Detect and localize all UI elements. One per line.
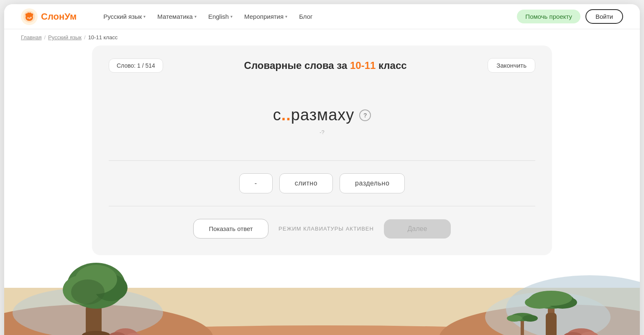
word-prefix: с [273,106,281,124]
nav-item-math[interactable]: Математика ▾ [152,10,202,23]
card-title-end: класс [376,60,406,71]
word-counter: Слово: 1 / 514 [109,58,163,73]
sub-hint: -? [319,129,325,135]
help-project-button[interactable]: Помочь проекту [517,10,580,23]
breadcrumb-sep-1: / [44,34,46,41]
question-area: с..размаху ? -? [109,106,535,135]
keyboard-status: РЕЖИМ КЛАВИАТУРЫ АКТИВЕН [279,226,374,232]
svg-rect-19 [86,305,102,335]
card-title-start: Словарные слова за [244,60,350,71]
svg-point-9 [30,17,32,18]
svg-rect-43 [521,319,524,335]
breadcrumb-current: 10-11 класс [88,34,118,41]
bottom-buttons: Показать ответ РЕЖИМ КЛАВИАТУРЫ АКТИВЕН … [109,219,535,239]
divider-bottom [109,206,535,206]
nav-label-english: English [208,13,229,20]
svg-point-46 [523,315,538,322]
chevron-down-icon: ▾ [194,14,197,19]
chevron-down-icon: ▾ [143,14,146,19]
safari-illustration [4,254,640,335]
answer-button-together[interactable]: слитно [279,173,333,193]
nav-item-blog[interactable]: Блог [294,10,317,23]
breadcrumb-russian[interactable]: Русский язык [48,34,82,41]
logo-icon [21,8,38,25]
breadcrumb: Главная / Русский язык / 10-11 класс [4,29,640,46]
card-header: Слово: 1 / 514 Словарные слова за 10-11 … [109,58,535,73]
breadcrumb-home[interactable]: Главная [21,34,41,41]
answer-buttons: - слитно раздельно [109,173,535,193]
svg-point-25 [71,279,105,305]
logo-text-end: Ум [64,11,77,22]
nav-label-math: Математика [157,13,193,20]
chevron-down-icon: ▾ [230,14,233,19]
word-dots: .. [281,106,291,124]
login-button[interactable]: Войти [585,9,623,24]
logo[interactable]: СлонУм [21,8,77,25]
nav-label-blog: Блог [299,13,312,20]
svg-point-7 [27,17,29,19]
logo-text-start: Слон [41,11,64,22]
safari-scene-svg [4,254,640,335]
nav-item-english[interactable]: English ▾ [203,10,238,23]
main-area: Слово: 1 / 514 Словарные слова за 10-11 … [4,46,640,335]
card-title: Словарные слова за 10-11 класс [163,60,488,71]
answer-button-dash[interactable]: - [239,173,273,193]
chevron-down-icon: ▾ [285,14,287,19]
exercise-card: Слово: 1 / 514 Словарные слова за 10-11 … [92,46,552,255]
logo-text: СлонУм [41,11,77,22]
answer-button-separate[interactable]: раздельно [340,173,405,193]
word-suffix: размаху [291,106,355,124]
nav-links: Русский язык ▾ Математика ▾ English ▾ Ме… [98,10,503,23]
word-text: с..размаху [273,106,355,124]
svg-point-45 [507,315,522,322]
word-display: с..размаху ? [273,106,371,124]
breadcrumb-sep-2: / [84,34,86,41]
nav-right: Помочь проекту Войти [517,9,623,24]
navbar: СлонУм Русский язык ▾ Математика ▾ Engli… [4,4,640,29]
browser-frame: СлонУм Русский язык ▾ Математика ▾ Engli… [4,4,640,335]
nav-label-russian: Русский язык [103,13,142,20]
svg-rect-33 [546,313,557,335]
next-button[interactable]: Далее [384,219,451,239]
divider-top [109,160,535,161]
svg-point-37 [530,291,572,306]
nav-item-events[interactable]: Мероприятия ▾ [239,10,292,23]
nav-item-russian[interactable]: Русский язык ▾ [98,10,151,23]
finish-button[interactable]: Закончить [488,58,535,73]
show-answer-button[interactable]: Показать ответ [193,219,268,239]
help-hint-icon[interactable]: ? [359,109,371,121]
card-title-highlight: 10-11 [350,60,376,71]
nav-label-events: Мероприятия [244,13,284,20]
